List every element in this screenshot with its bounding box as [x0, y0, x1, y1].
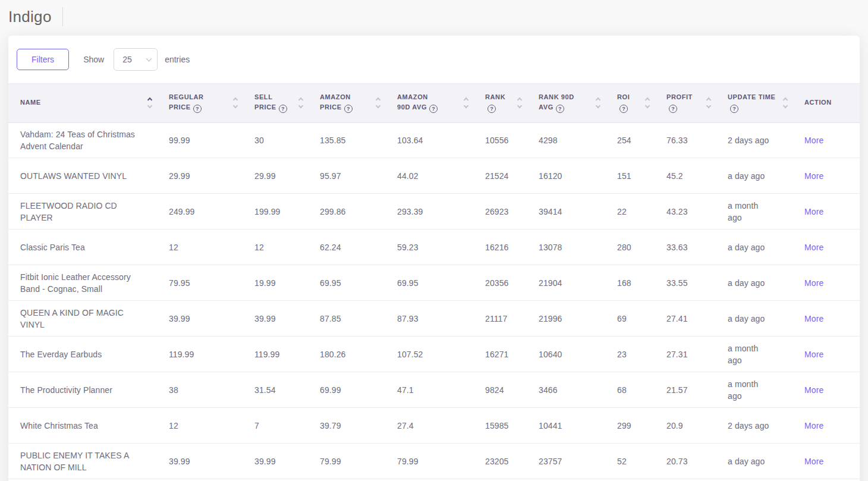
entries-per-page-select[interactable]: 25 [114, 48, 158, 71]
help-circle-icon[interactable]: ? [556, 105, 564, 113]
chevron-up-icon [464, 98, 468, 102]
cell-action: More [792, 194, 860, 230]
cell-sell_price: 39.99 [243, 444, 308, 479]
column-header-update_time[interactable]: UPDATE TIME? [716, 84, 792, 122]
cell-sell_price: 31.54 [243, 372, 308, 408]
cell-rank_90d_avg: 10441 [527, 408, 605, 444]
help-circle-icon[interactable]: ? [344, 105, 353, 113]
column-header-sell_price[interactable]: SELL PRICE? [243, 84, 308, 122]
cell-sell_price [243, 479, 308, 481]
cell-regular_price: 12 [157, 408, 243, 444]
column-header-profit[interactable]: PROFIT? [655, 84, 716, 122]
cell-regular_price: 79.95 [157, 265, 243, 301]
cell-rank: 21524 [473, 158, 527, 194]
more-link[interactable]: More [804, 243, 823, 252]
table-header-row: NAMEREGULAR PRICE?SELL PRICE?AMAZON PRIC… [8, 84, 860, 122]
cell-name: FLEETWOOD RADIO CD PLAYER [8, 194, 157, 230]
help-circle-icon[interactable]: ? [193, 105, 202, 113]
cell-roi: 23 [605, 337, 655, 372]
more-link[interactable]: More [804, 385, 823, 395]
cell-roi: 299 [605, 408, 655, 444]
cell-profit: 33.63 [655, 230, 716, 265]
help-circle-icon[interactable]: ? [488, 105, 496, 113]
cell-rank_90d_avg: 23757 [527, 444, 605, 479]
cell-regular_price: 39.99 [157, 301, 243, 337]
chevron-up-icon [783, 98, 788, 102]
help-circle-icon[interactable]: ? [429, 105, 438, 113]
cell-action: More [792, 444, 860, 479]
column-label-profit: PROFIT [666, 93, 693, 100]
sort-toggle[interactable] [299, 98, 303, 108]
more-link[interactable]: More [804, 314, 823, 323]
chevron-down-icon [146, 56, 152, 62]
cell-amazon_price: 69.99 [308, 372, 385, 408]
cell-roi [605, 479, 655, 481]
more-link[interactable]: More [804, 278, 823, 288]
more-link[interactable]: More [804, 350, 823, 359]
cell-regular_price: 12 [157, 230, 243, 265]
table-row: Fitbit Ionic Leather Accessory Band - Co… [8, 265, 860, 301]
help-circle-icon[interactable]: ? [279, 105, 287, 113]
cell-update_time: a month ago [716, 194, 792, 230]
sort-toggle[interactable] [148, 98, 152, 108]
table-row: The Productivity Planner3831.5469.9947.1… [8, 372, 860, 408]
cell-sell_price: 29.99 [243, 158, 308, 194]
sort-toggle[interactable] [784, 98, 787, 108]
sort-toggle[interactable] [376, 98, 380, 108]
help-circle-icon[interactable]: ? [669, 105, 677, 113]
column-header-rank[interactable]: RANK? [473, 84, 527, 122]
column-header-action: ACTION [792, 84, 860, 122]
sort-toggle[interactable] [234, 98, 237, 108]
cell-amazon_price: 135.85 [308, 122, 385, 158]
cell-amazon_price: 95.97 [308, 158, 385, 194]
filters-button[interactable]: Filters [17, 49, 69, 70]
more-link[interactable]: More [804, 171, 823, 181]
table-row: Classic Paris Tea121262.2459.23162161307… [8, 230, 860, 265]
cell-name: The Productivity Planner [8, 372, 157, 408]
sort-toggle[interactable] [707, 98, 710, 108]
cell-rank_90d_avg: 13078 [527, 230, 605, 265]
more-link[interactable]: More [804, 136, 823, 145]
cell-update_time: 2 days ago [716, 122, 792, 158]
products-card: Filters Show 25 entries NAMEREGULAR PRIC… [8, 36, 860, 481]
column-label-name: NAME [20, 99, 41, 106]
chevron-down-icon [233, 103, 238, 108]
products-table: NAMEREGULAR PRICE?SELL PRICE?AMAZON PRIC… [8, 83, 860, 481]
help-circle-icon[interactable]: ? [730, 105, 738, 113]
cell-roi: 280 [605, 230, 655, 265]
column-header-name[interactable]: NAME [8, 84, 157, 122]
cell-rank: 26923 [473, 194, 527, 230]
more-link[interactable]: More [804, 457, 823, 466]
chevron-down-icon [596, 103, 600, 108]
sort-toggle[interactable] [464, 98, 468, 108]
more-link[interactable]: More [804, 207, 823, 216]
column-header-regular_price[interactable]: REGULAR PRICE? [157, 84, 243, 122]
cell-profit [655, 479, 716, 481]
column-header-amazon_price[interactable]: AMAZON PRICE? [308, 84, 385, 122]
chevron-up-icon [147, 98, 152, 102]
cell-amazon_price: 87.85 [308, 301, 385, 337]
column-header-amazon_90d_avg[interactable]: AMAZON 90D AVG? [385, 84, 473, 122]
chevron-up-icon [517, 98, 522, 102]
chevron-down-icon [645, 103, 650, 108]
more-link[interactable]: More [804, 421, 823, 430]
column-label-amazon_90d_avg: AMAZON 90D AVG [397, 93, 428, 111]
cell-action: More [792, 122, 860, 158]
cell-rank: 23205 [473, 444, 527, 479]
cell-amazon_90d_avg: 69.95 [385, 265, 473, 301]
cell-action: More [792, 301, 860, 337]
chevron-down-icon [464, 103, 468, 108]
cell-rank: 9824 [473, 372, 527, 408]
table-header: NAMEREGULAR PRICE?SELL PRICE?AMAZON PRIC… [8, 84, 860, 122]
sort-toggle[interactable] [518, 98, 521, 108]
sort-toggle[interactable] [596, 98, 600, 108]
show-entries-label: Show [83, 55, 104, 64]
cell-action: More [792, 372, 860, 408]
column-header-rank_90d_avg[interactable]: RANK 90D AVG? [527, 84, 605, 122]
column-header-roi[interactable]: ROI? [605, 84, 655, 122]
cell-action: More [792, 337, 860, 372]
help-circle-icon[interactable]: ? [619, 105, 628, 113]
sort-toggle[interactable] [646, 98, 649, 108]
cell-name: Vahdam: 24 Teas of Christmas Advent Cale… [8, 122, 157, 158]
cell-regular_price [157, 479, 243, 481]
